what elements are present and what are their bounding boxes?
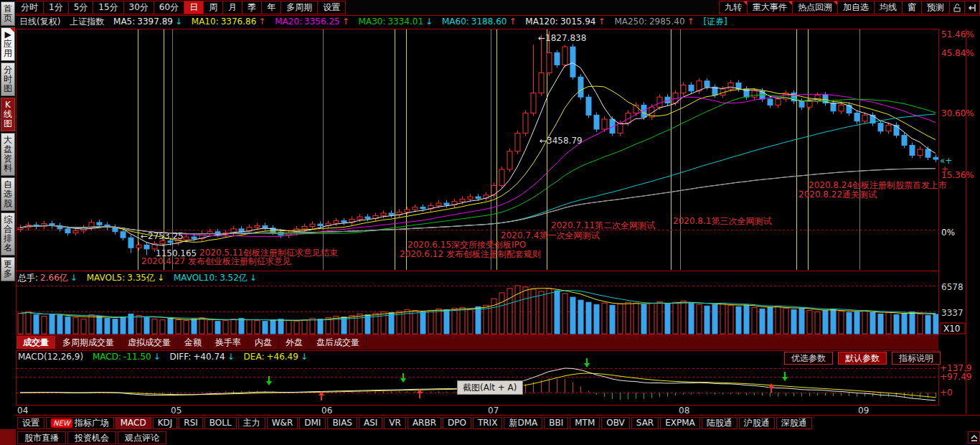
expand-up-icon[interactable] — [968, 431, 980, 444]
vol-tab-3[interactable]: 金额 — [178, 336, 209, 349]
sidebar-item-kline-chart[interactable]: K线图 — [1, 98, 15, 131]
add-watchlist-button[interactable]: 加自选 — [837, 1, 875, 14]
ind-tab-kdj[interactable]: KDJ — [153, 417, 178, 429]
sidebar-item-watchlist[interactable]: 自选股 — [1, 177, 15, 211]
vol-tab-5[interactable]: 内盘 — [248, 336, 279, 349]
period-tab-8[interactable]: 月 — [222, 1, 242, 14]
sector-tag[interactable]: [证券] — [703, 17, 727, 27]
ind-tab-macd[interactable]: MACD — [116, 417, 151, 429]
period-tab-5[interactable]: 60分 — [154, 1, 184, 14]
macd-arrow: ↓ — [154, 352, 161, 362]
dea-label: DEA: — [244, 352, 265, 362]
preferred-params-button[interactable]: 优选参数 — [784, 352, 833, 365]
svg-text:+97.49: +97.49 — [940, 372, 971, 382]
new-badge: NEW — [51, 418, 72, 428]
ma60-arrow: ↑ — [509, 17, 516, 27]
ind-tab-mtm[interactable]: MTM — [570, 417, 600, 429]
svg-text:51.46%: 51.46% — [941, 29, 974, 39]
ind-tab-expma[interactable]: EXPMA — [660, 417, 700, 429]
period-tab-0[interactable]: 分时 — [15, 1, 44, 14]
ind-tab-boll[interactable]: BOLL — [204, 417, 237, 429]
unlock-icon[interactable] — [949, 1, 965, 14]
vol-tab-1[interactable]: 多周期成交量 — [56, 336, 121, 349]
ma20-value: 3356.25 — [304, 17, 340, 27]
ind-tab-indicator-plaza[interactable]: NEW指标广场 — [46, 417, 114, 429]
vol-tab-6[interactable]: 外盘 — [279, 336, 310, 349]
ind-tab-asi[interactable]: ASI — [359, 417, 382, 429]
sidebar-item-home[interactable]: 首页 — [1, 1, 15, 26]
hotspot-review-button[interactable]: 热点回溯 — [792, 1, 838, 14]
ind-tab-arbr[interactable]: ARBR — [407, 417, 441, 429]
ma30-arrow: ↓ — [425, 17, 433, 27]
ma-toggle-button[interactable]: 均线 — [874, 1, 903, 14]
chart-info-bar: 日线(复权) 上证指数 MA5:3397.89↓ MA10:3376.86↑ M… — [16, 15, 942, 29]
mavol10-value: 3.52亿 — [220, 273, 248, 283]
macd-header: MACD(12,26,9) MACD:-11.50↓ DIFF:+40.74↓ … — [18, 352, 310, 362]
period-tab-daily[interactable]: 日 — [184, 1, 204, 14]
period-tab-1[interactable]: 1分 — [43, 1, 69, 14]
ind-tab-obv[interactable]: OBV — [601, 417, 630, 429]
period-tab-7[interactable]: 周 — [203, 1, 223, 14]
opinion-comment-tab[interactable]: 观点评论 — [118, 431, 166, 444]
period-tab-10[interactable]: 年 — [261, 1, 281, 14]
major-events-button[interactable]: 重大事件 — [747, 1, 793, 14]
window-button[interactable]: 窗 — [902, 1, 922, 14]
sell-signal-icon — [584, 358, 590, 367]
ma250-value: 2985.40 — [649, 17, 685, 27]
svg-text:45.84%: 45.84% — [941, 48, 974, 58]
dea-arrow: ↓ — [301, 352, 308, 362]
period-tab-multi[interactable]: 多周期 — [281, 1, 318, 14]
ind-tab-vr[interactable]: VR — [384, 417, 406, 429]
ma30-label: MA30: — [359, 17, 386, 27]
collapse-left-icon[interactable] — [964, 1, 980, 14]
ma10-arrow: ↑ — [258, 17, 265, 27]
ind-tab-settings[interactable]: 设置 — [17, 417, 44, 429]
vol-tab-2[interactable]: 虚拟成交量 — [121, 336, 178, 349]
ma60-label: MA60: — [442, 17, 469, 27]
ind-tab-trix[interactable]: TRIX — [473, 417, 502, 429]
ind-tab-wr[interactable]: W&R — [267, 417, 298, 429]
ind-tab-sgt[interactable]: 深股通 — [776, 417, 812, 429]
nine-turn-button[interactable]: 九转 — [719, 1, 748, 14]
period-tab-9[interactable]: 季 — [242, 1, 262, 14]
sidebar-item-more[interactable]: 更多 — [1, 257, 15, 281]
vol-tab-4[interactable]: 换手率 — [209, 336, 248, 349]
ind-tab-lgt[interactable]: 陆股通 — [702, 417, 738, 429]
sidebar-item-intraday-chart[interactable]: 分时图 — [1, 62, 15, 96]
ind-tab-rsi[interactable]: RSI — [179, 417, 203, 429]
forecast-button[interactable]: 预测 — [921, 1, 950, 14]
ma60-value: 3188.60 — [471, 17, 507, 27]
period-tab-settings[interactable]: 设置 — [317, 1, 346, 14]
ind-tab-main-force[interactable]: 主力 — [238, 417, 265, 429]
total-vol-value: 2.66亿 — [40, 273, 68, 283]
diff-arrow: ↓ — [227, 352, 235, 362]
sell-signal-icon — [782, 372, 788, 381]
period-tab-2[interactable]: 5分 — [68, 1, 94, 14]
svg-text:3337: 3337 — [941, 308, 963, 318]
ind-tab-dpo[interactable]: DPO — [443, 417, 471, 429]
ind-tab-bias[interactable]: BIAS — [327, 417, 357, 429]
sidebar-item-ranking[interactable]: 综合排名 — [1, 212, 15, 256]
svg-text:2020.7.11第二次全网测试: 2020.7.11第二次全网测试 — [551, 220, 655, 230]
svg-text:X10: X10 — [943, 324, 961, 334]
ind-tab-newdma[interactable]: 新DMA — [504, 417, 542, 429]
default-params-button[interactable]: 默认参数 — [838, 352, 887, 365]
ind-tab-bbi[interactable]: BBI — [544, 417, 568, 429]
vol-tab-7[interactable]: 盘后成交量 — [310, 336, 367, 349]
live-broadcast-tab[interactable]: 股市直播 — [17, 431, 66, 444]
svg-text:6578: 6578 — [941, 282, 963, 292]
volume-header: 总手:2.66亿↓ MAVOL5:3.35亿↓ MAVOL10:3.52亿↓ — [18, 272, 259, 284]
vol-tab-volume[interactable]: 成交量 — [17, 336, 56, 349]
ind-tab-dmi[interactable]: DMI — [299, 417, 326, 429]
sidebar-item-market-data[interactable]: 大盘资料 — [1, 133, 15, 176]
period-tab-4[interactable]: 30分 — [123, 1, 154, 14]
period-tab-3[interactable]: 15分 — [93, 1, 123, 14]
symbol-name[interactable]: 上证指数 — [70, 17, 104, 27]
volume-multiplier-box: X10 — [941, 323, 965, 334]
period-label: 日线(复权) — [19, 17, 60, 27]
investment-opportunity-tab[interactable]: 投资机会 — [67, 431, 116, 444]
ind-tab-hgt[interactable]: 沪股通 — [739, 417, 775, 429]
sidebar-item-apps[interactable]: ▶应用 — [1, 27, 15, 61]
ind-tab-sar[interactable]: SAR — [631, 417, 659, 429]
indicator-help-button[interactable]: 指标说明 — [892, 352, 941, 365]
